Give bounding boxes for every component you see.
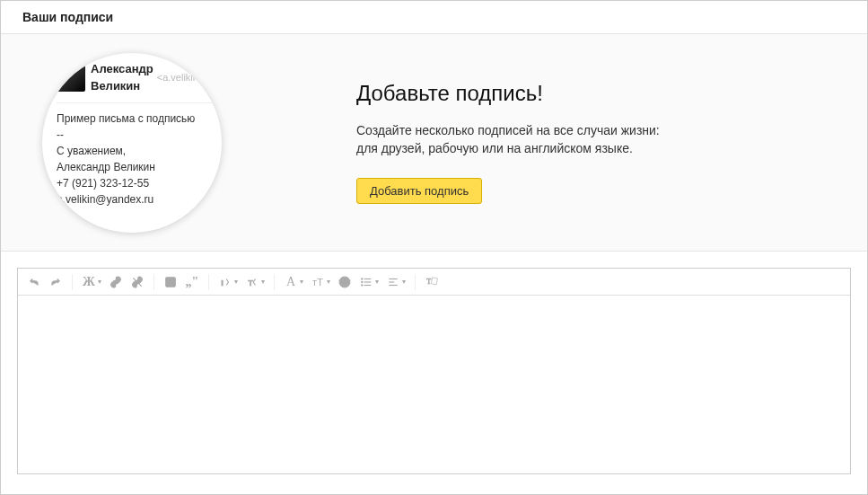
preview-header: Александр Великин <a.velikin@yandex.ru> — [57, 60, 222, 103]
svg-text:I: I — [221, 278, 224, 287]
preview-body: Пример письма с подписью -- С уважением,… — [57, 110, 222, 208]
signature-preview: Александр Великин <a.velikin@yandex.ru> … — [42, 53, 222, 233]
page-header: Ваши подписи — [1, 1, 867, 34]
preview-regards: С уважением, — [57, 143, 222, 159]
svg-point-11 — [362, 278, 363, 278]
font-size-dropdown-icon[interactable]: ▾ — [327, 278, 330, 286]
svg-point-2 — [168, 279, 170, 281]
redo-icon[interactable] — [47, 273, 65, 291]
hero-title: Добавьте подпись! — [356, 81, 660, 106]
preview-phone: +7 (921) 323-12-55 — [57, 175, 222, 191]
signature-editor: Ж ▾ „" I ▾ T ▾ A ▾ тT ▾ ▾ ▾ T — [17, 268, 851, 474]
preview-sig-email: a.velikin@yandex.ru — [57, 191, 222, 208]
svg-point-12 — [362, 281, 363, 282]
list-icon[interactable] — [357, 273, 375, 291]
align-dropdown-icon[interactable]: ▾ — [402, 278, 406, 286]
svg-text:T: T — [426, 278, 431, 286]
bold-icon[interactable]: Ж — [80, 273, 98, 291]
bold-dropdown-icon[interactable]: ▾ — [98, 278, 101, 286]
hero-desc-line1: Создайте несколько подписей на все случа… — [356, 122, 660, 140]
undo-icon[interactable] — [25, 273, 43, 291]
svg-point-13 — [362, 284, 363, 285]
link-icon[interactable] — [107, 273, 125, 291]
page-title: Ваши подписи — [22, 10, 113, 24]
emoji-icon[interactable] — [336, 273, 354, 291]
align-icon[interactable] — [384, 273, 402, 291]
preview-email: <a.velikin@yandex.ru> — [157, 70, 222, 85]
hero-section: Александр Великин <a.velikin@yandex.ru> … — [1, 34, 867, 252]
clear-format-icon[interactable]: T — [423, 273, 441, 291]
indent-dec-dropdown-icon[interactable]: ▾ — [234, 278, 238, 286]
editor-toolbar: Ж ▾ „" I ▾ T ▾ A ▾ тT ▾ ▾ ▾ T — [18, 269, 850, 296]
quote-icon[interactable]: „" — [183, 273, 201, 291]
preview-sample-label: Пример письма с подписью — [57, 110, 222, 127]
add-signature-button[interactable]: Добавить подпись — [356, 178, 482, 204]
image-icon[interactable] — [162, 273, 180, 291]
editor-content-area[interactable] — [18, 296, 850, 473]
preview-sep: -- — [57, 127, 222, 143]
svg-text:T: T — [248, 278, 253, 287]
preview-sig-name: Александр Великин — [57, 159, 222, 175]
svg-point-5 — [339, 277, 350, 287]
font-size-icon[interactable]: тT — [309, 273, 327, 291]
hero-desc: Создайте несколько подписей на все случа… — [356, 122, 660, 157]
svg-rect-18 — [431, 277, 437, 284]
font-color-icon[interactable]: A — [282, 273, 300, 291]
unlink-icon[interactable] — [128, 273, 146, 291]
preview-name: Александр Великин — [91, 60, 153, 95]
font-color-dropdown-icon[interactable]: ▾ — [300, 278, 303, 286]
list-dropdown-icon[interactable]: ▾ — [375, 278, 379, 286]
indent-inc-dropdown-icon[interactable]: ▾ — [261, 278, 265, 286]
avatar — [57, 63, 85, 92]
hero-text: Добавьте подпись! Создайте несколько под… — [356, 81, 660, 203]
indent-decrease-icon[interactable]: I — [216, 273, 234, 291]
indent-increase-icon[interactable]: T — [243, 273, 261, 291]
hero-desc-line2: для друзей, рабочую или на английском яз… — [356, 140, 660, 158]
